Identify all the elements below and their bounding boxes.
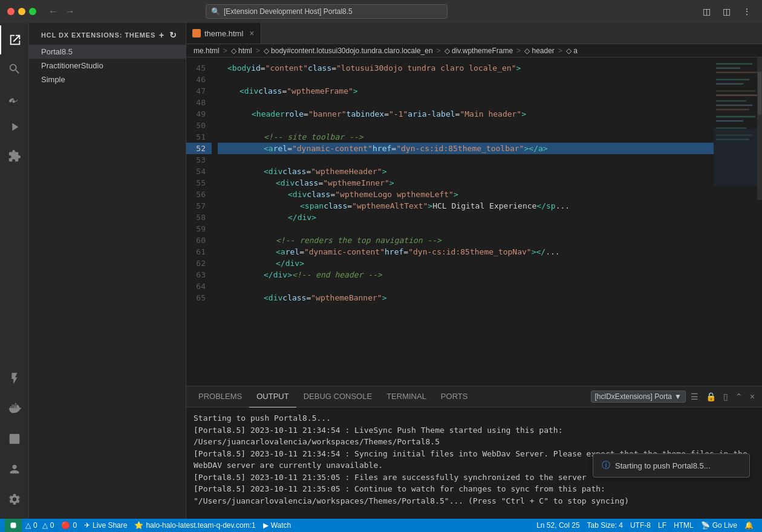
status-line-ending[interactable]: LF — [654, 519, 670, 532]
line-num-51: 51 — [186, 131, 212, 143]
breadcrumb-item-file[interactable]: me.html — [194, 47, 220, 55]
panel: PROBLEMS OUTPUT DEBUG CONSOLE TERMINAL P… — [186, 386, 762, 519]
breadcrumb-item-header[interactable]: ◇ header — [524, 47, 555, 55]
sidebar-item-practitioner[interactable]: PractitionerStudio — [29, 59, 186, 73]
breadcrumb: me.html > ◇ html > ◇ body#content.lotusu… — [186, 44, 762, 57]
sidebar-item-extensions[interactable] — [0, 141, 29, 170]
layout-icon[interactable]: ◫ — [719, 5, 734, 18]
line-num-63: 63 — [186, 269, 212, 281]
tab-close-icon[interactable]: × — [249, 28, 254, 38]
svg-rect-12 — [716, 116, 755, 117]
sidebar-item-portal8[interactable]: Portal8.5 — [29, 45, 186, 59]
sidebar-item-settings[interactable] — [0, 485, 29, 514]
panel-selector[interactable]: [hclDxExtensions] Porta ▼ — [591, 391, 686, 403]
main-container: HCL DX EXTENSIONS: THEMES + ↻ Portal8.5 … — [0, 23, 762, 519]
status-encoding[interactable]: UTF-8 — [627, 519, 654, 532]
panel-tab-ports[interactable]: PORTS — [434, 386, 475, 407]
sidebar-item-source-control[interactable] — [0, 83, 29, 112]
panel-tab-terminal-label: TERMINAL — [386, 392, 426, 401]
lock-icon[interactable]: 🔒 — [703, 391, 718, 403]
panel-selector-label: [hclDxExtensions] Porta — [595, 392, 672, 401]
title-bar-actions: ◫ ◫ ⋮ — [699, 5, 755, 18]
sidebar-item-simple-label: Simple — [41, 75, 65, 84]
line-num-45: 45 — [186, 62, 212, 74]
panel-tab-terminal[interactable]: TERMINAL — [379, 386, 434, 407]
status-language[interactable]: HTML — [670, 519, 697, 532]
code-line-48 — [218, 97, 714, 108]
line-num-64: 64 — [186, 281, 212, 292]
new-file-icon[interactable]: + — [158, 29, 166, 41]
forward-arrow[interactable]: → — [63, 5, 77, 18]
sidebar-item-explorer[interactable] — [0, 25, 29, 54]
list-icon[interactable]: ☰ — [688, 391, 701, 403]
minimize-button[interactable] — [18, 8, 25, 15]
breadcrumb-item-a[interactable]: ◇ a — [566, 47, 578, 55]
panel-tab-output-label: OUTPUT — [256, 392, 288, 401]
code-line-60: <!-- renders the top navigation --> — [218, 235, 714, 246]
notification-bar: ⓘ Starting to push Portal8.5... — [593, 453, 750, 478]
go-live-label: Go Live — [712, 521, 737, 530]
code-line-51: <!-- site toolbar --> — [218, 131, 714, 143]
info-icon: ⓘ — [602, 460, 610, 471]
refresh-icon[interactable]: ↻ — [168, 29, 178, 41]
code-line-47: <div class="wpthemeFrame"> — [218, 85, 714, 97]
svg-rect-19 — [758, 72, 761, 115]
notification-text: Starting to push Portal8.5... — [615, 461, 711, 470]
warning-count: 0 — [50, 521, 54, 530]
sidebar-toggle-icon[interactable]: ◫ — [699, 5, 714, 18]
sidebar-item-account[interactable] — [0, 455, 29, 484]
sidebar-item-test[interactable] — [0, 364, 29, 393]
panel-tab-debug[interactable]: DEBUG CONSOLE — [296, 386, 379, 407]
close-panel-icon[interactable]: × — [747, 391, 757, 403]
code-line-57: <span class="wpthemeAltText">HCL Digital… — [218, 200, 714, 212]
status-remote[interactable] — [5, 519, 22, 532]
breadcrumb-sep-2: > — [256, 47, 260, 55]
line-num-62: 62 — [186, 258, 212, 269]
code-editor: 45 46 47 48 49 50 51 52 53 54 55 56 57 5… — [186, 57, 762, 386]
copy-icon[interactable]: ▯ — [721, 391, 731, 403]
sidebar-item-simple[interactable]: Simple — [29, 73, 186, 86]
code-line-54: <div class="wpthemeHeader"> — [218, 166, 714, 177]
panel-tabs: PROBLEMS OUTPUT DEBUG CONSOLE TERMINAL P… — [186, 386, 762, 407]
title-bar: ← → 🔍 [Extension Development Host] Porta… — [0, 0, 762, 23]
svg-rect-6 — [716, 83, 743, 84]
search-bar[interactable]: 🔍 [Extension Development Host] Portal8.5 — [206, 4, 448, 19]
maximize-button[interactable] — [29, 8, 36, 15]
sidebar-item-run[interactable] — [0, 112, 29, 141]
encoding-text: UTF-8 — [630, 521, 651, 530]
close-button[interactable] — [7, 8, 15, 15]
status-go-live[interactable]: 📡 Go Live — [697, 519, 741, 532]
sidebar-item-docker[interactable] — [0, 394, 29, 423]
panel-tab-output[interactable]: OUTPUT — [249, 386, 296, 407]
sidebar-item-hcl[interactable] — [0, 424, 29, 453]
code-line-56: <div class="wpthemeLogo wpthemeLeft"> — [218, 189, 714, 200]
remote-icon — [10, 522, 17, 529]
svg-rect-3 — [716, 68, 740, 69]
status-watch[interactable]: ▶ Watch — [259, 519, 295, 532]
more-icon[interactable]: ⋮ — [739, 5, 755, 18]
panel-tab-problems[interactable]: PROBLEMS — [191, 386, 249, 407]
html-file-icon — [192, 29, 201, 37]
collapse-icon[interactable]: ⌃ — [733, 391, 745, 403]
status-no-issues[interactable]: 🔴 0 — [57, 519, 80, 532]
no-issues-count: 0 — [73, 521, 77, 530]
svg-rect-1 — [714, 57, 762, 386]
back-arrow[interactable]: ← — [46, 5, 60, 18]
editor-tab-theme-html[interactable]: theme.html × — [186, 23, 261, 44]
breadcrumb-item-html[interactable]: ◇ html — [231, 47, 252, 55]
code-line-59 — [218, 223, 714, 235]
status-branch[interactable]: ⭐ halo-halo-latest.team-q-dev.com:1 — [131, 519, 259, 532]
line-num-60: 60 — [186, 235, 212, 246]
sidebar-header: HCL DX EXTENSIONS: THEMES + ↻ — [29, 23, 186, 45]
breadcrumb-item-body[interactable]: ◇ body#content.lotusui30dojo.tundra.clar… — [264, 47, 433, 55]
status-errors[interactable]: △ 0 △ 0 — [22, 519, 57, 532]
code-content[interactable]: <body id="content" class="lotusui30dojo … — [218, 57, 714, 386]
traffic-lights — [7, 8, 36, 15]
status-live-share[interactable]: ✈ Live Share — [80, 519, 131, 532]
breadcrumb-item-div[interactable]: ◇ div.wpthemeFrame — [444, 47, 513, 55]
status-bell[interactable]: 🔔 — [741, 519, 757, 532]
status-tab-size[interactable]: Tab Size: 4 — [584, 519, 627, 532]
svg-rect-2 — [716, 63, 752, 64]
sidebar-item-search[interactable] — [0, 54, 29, 83]
status-position[interactable]: Ln 52, Col 25 — [533, 519, 583, 532]
